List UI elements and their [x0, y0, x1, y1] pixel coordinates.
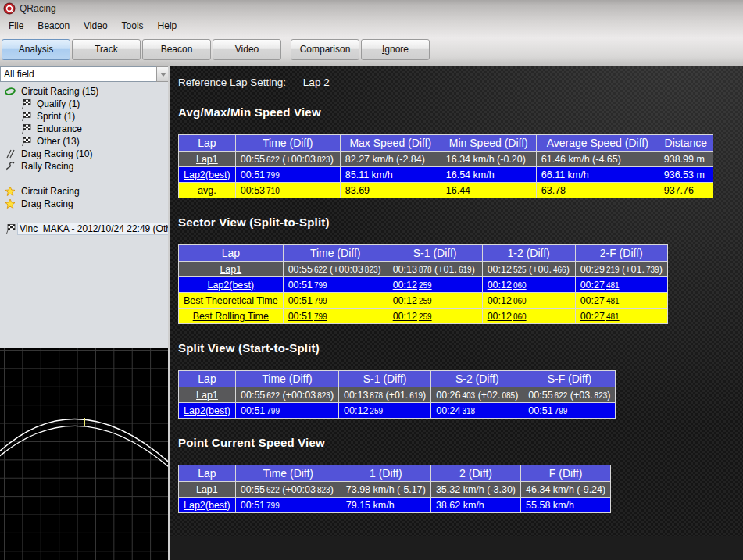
menu-item-beacon[interactable]: Beacon — [30, 18, 77, 34]
menu-item-file[interactable]: File — [2, 18, 30, 34]
table-cell: 82.27 km/h (-2.84) — [340, 152, 441, 167]
table-cell: 936.53 m — [659, 167, 713, 183]
table-cell: 00:55622 (+00:03823) — [236, 387, 339, 403]
menu-item-help[interactable]: Help — [151, 18, 184, 34]
time-link[interactable]: 00:51799 — [288, 311, 327, 322]
tree-item-vinc-maka-2012-10-24-22-49-other[interactable]: Vinc_MAKA - 2012/10/24 22:49 (Other) — [0, 223, 170, 235]
column-header-s-2-diff: S-2 (Diff) — [431, 371, 523, 387]
table-cell: 937.76 — [659, 183, 713, 198]
table-cell: 00:13878 (+01.619) — [339, 387, 431, 403]
menu-item-video[interactable]: Video — [77, 18, 114, 34]
tree-item-rally-racing[interactable]: Rally Racing — [0, 160, 170, 173]
table-cell: 00:12060 — [482, 293, 575, 309]
tab-beacon[interactable]: Beacon — [142, 39, 211, 60]
lap-link[interactable]: Lap2(best) — [184, 500, 230, 511]
column-header-lap: Lap — [179, 465, 236, 482]
lap-link[interactable]: Lap2(best) — [184, 405, 230, 416]
point-view-table: LapTime (Diff)1 (Diff)2 (Diff)F (Diff)La… — [178, 465, 611, 513]
time-link[interactable]: 00:12259 — [393, 311, 432, 322]
lap-link[interactable]: Lap2(best) — [207, 280, 254, 291]
session-tree: Circuit Racing (15)Qualify (1)Sprint (1)… — [0, 82, 170, 235]
lap-link[interactable]: Lap1 — [196, 154, 218, 165]
table-row: Lap100:55622 (+00:03823)82.27 km/h (-2.8… — [179, 152, 713, 167]
speed-view-table: LapTime (Diff)Max Speed (Diff)Min Speed … — [178, 134, 713, 198]
tab-comparison[interactable]: Comparison — [291, 39, 359, 60]
column-header-f-diff: F (Diff) — [521, 465, 611, 482]
time-link[interactable]: 00:27481 — [580, 280, 620, 291]
tree-item-qualify-1[interactable]: Qualify (1) — [0, 98, 170, 110]
field-filter-combobox[interactable]: All field — [0, 66, 156, 82]
lap-link[interactable]: Lap1 — [220, 264, 241, 275]
time-link[interactable]: 00:12060 — [488, 311, 527, 322]
table-cell: Lap1 — [179, 262, 284, 277]
table-cell: 00:55622 (+00:03823) — [283, 262, 388, 277]
table-cell: 55.58 km/h — [521, 498, 611, 513]
table-cell: Lap1 — [179, 152, 236, 167]
column-header-2-f-diff: 2-F (Diff) — [575, 245, 667, 262]
tab-track[interactable]: Track — [72, 39, 141, 60]
header-row: LapTime (Diff)1 (Diff)2 (Diff)F (Diff) — [179, 465, 611, 482]
tree-item-endurance[interactable]: Endurance — [0, 123, 170, 135]
table-row: avg.00:5371083.6916.4463.78937.76 — [179, 183, 713, 198]
tree-item-circuit-racing[interactable]: Circuit Racing — [0, 185, 170, 198]
column-header-time-diff: Time (Diff) — [236, 371, 339, 387]
table-cell: 16.44 — [441, 183, 536, 198]
table-cell: 00:24318 — [431, 403, 523, 419]
table-cell: 66.11 km/h — [536, 167, 659, 183]
time-link[interactable]: 00:12259 — [393, 280, 432, 291]
lap-link[interactable]: Lap1 — [196, 390, 218, 401]
menu-item-tools[interactable]: Tools — [115, 18, 151, 34]
lap-link[interactable]: Best Rolling Time — [193, 311, 269, 322]
table-row: Lap100:55622 (+00:03823)00:13878 (+01.61… — [179, 262, 668, 277]
tree-item-other-13[interactable]: Other (13) — [0, 135, 170, 148]
column-header-lap: Lap — [179, 245, 284, 262]
table-cell: 83.69 — [340, 183, 441, 198]
table-cell: 00:55622 (+00:03823) — [235, 152, 340, 167]
table-cell: 00:51799 — [235, 498, 341, 513]
column-header-1-2-diff: 1-2 (Diff) — [482, 245, 575, 262]
menu-bar: FileBeaconVideoToolsHelp — [0, 16, 743, 35]
star-icon — [5, 186, 17, 197]
reference-lap-link[interactable]: Lap 2 — [303, 77, 330, 88]
table-cell: 00:12259 — [388, 293, 482, 309]
sector-view-title: Sector View (Split-to-Split) — [178, 216, 743, 229]
tree-item-label: Other (13) — [35, 136, 81, 147]
table-cell: 61.46 km/h (-4.65) — [536, 152, 659, 167]
sector-view-table: LapTime (Diff)S-1 (Diff)1-2 (Diff)2-F (D… — [178, 244, 668, 324]
table-cell: 00:29219 (+01.739) — [575, 262, 667, 277]
tree-item-sprint-1[interactable]: Sprint (1) — [0, 110, 170, 123]
lap-link[interactable]: Lap2(best) — [184, 169, 230, 180]
table-cell: Best Theoretical Time — [179, 293, 284, 309]
column-header-average-speed-diff: Average Speed (Diff) — [536, 135, 659, 152]
tree-item-label: Circuit Racing — [20, 186, 81, 197]
flag-icon — [20, 98, 33, 109]
table-cell: 00:27481 — [575, 309, 667, 324]
window-chrome: QRacing FileBeaconVideoToolsHelp Analysi… — [0, 0, 743, 66]
table-cell: 00:27481 — [575, 293, 667, 309]
qracing-logo-icon — [3, 2, 16, 15]
time-link[interactable]: 00:27481 — [580, 311, 620, 322]
tree-item-drag-racing[interactable]: Drag Racing — [0, 198, 170, 210]
column-header-max-speed-diff: Max Speed (Diff) — [340, 135, 441, 152]
table-cell: 00:12259 — [388, 277, 482, 293]
point-view-title: Point Current Speed View — [178, 436, 743, 449]
table-cell: 00:51799 — [235, 167, 340, 183]
table-cell: 00:12525 (+00.466) — [482, 262, 575, 277]
column-header-min-speed-diff: Min Speed (Diff) — [441, 135, 536, 152]
table-cell: 00:53710 — [235, 183, 340, 198]
dropdown-arrow-icon — [160, 73, 166, 77]
table-cell: 00:12060 — [482, 277, 575, 293]
drag-icon — [5, 148, 17, 159]
table-cell: Lap2(best) — [179, 167, 236, 183]
tab-ignore[interactable]: Ignore — [361, 39, 430, 60]
speed-view-section: Avg/Max/Min Speed View LapTime (Diff)Max… — [178, 105, 743, 198]
time-link[interactable]: 00:12060 — [488, 280, 527, 291]
tab-analysis[interactable]: Analysis — [2, 39, 70, 60]
lap-link[interactable]: Lap1 — [196, 484, 218, 495]
tab-video[interactable]: Video — [213, 39, 281, 60]
tree-item-drag-racing-10[interactable]: Drag Racing (10) — [0, 148, 170, 160]
table-cell: 00:12259 — [339, 403, 431, 419]
flag-icon — [5, 223, 16, 234]
tree-item-circuit-racing-15[interactable]: Circuit Racing (15) — [0, 85, 170, 98]
header-row: LapTime (Diff)Max Speed (Diff)Min Speed … — [179, 135, 713, 152]
